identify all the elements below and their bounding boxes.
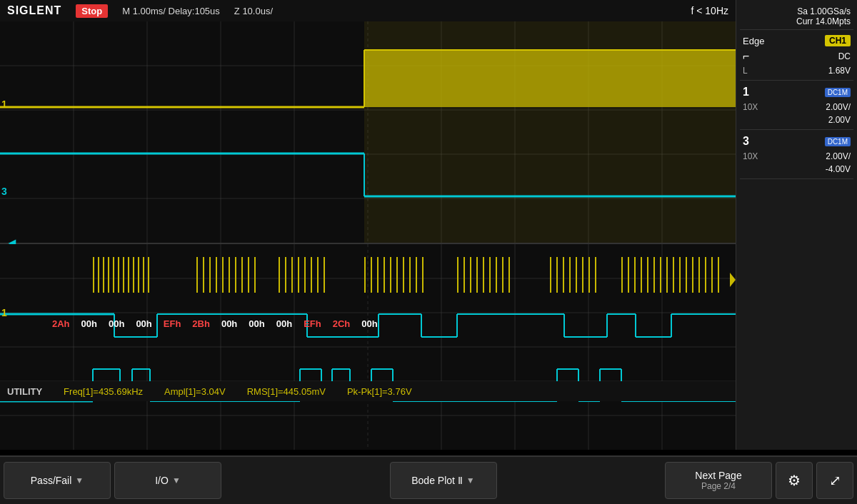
decoded-byte-6: 00h <box>216 318 243 329</box>
svg-rect-95 <box>666 257 668 293</box>
svg-rect-14 <box>364 50 736 107</box>
decoded-byte-1: 00h <box>76 318 103 329</box>
svg-rect-83 <box>569 257 571 293</box>
ch3-number: 3 <box>743 135 757 148</box>
svg-rect-79 <box>508 257 510 293</box>
svg-rect-80 <box>550 257 551 293</box>
ch1-coupling-badge: DC1M <box>825 88 851 97</box>
decoded-byte-7: 00h <box>243 318 270 329</box>
svg-rect-45 <box>209 257 211 293</box>
svg-rect-96 <box>673 257 674 293</box>
ch3-marker-upper: 3 <box>1 186 7 197</box>
svg-rect-88 <box>621 257 623 293</box>
svg-rect-53 <box>279 257 280 293</box>
svg-rect-31 <box>93 257 94 293</box>
ch1-probe-label: 10X <box>743 102 758 112</box>
svg-rect-93 <box>653 257 655 293</box>
svg-rect-55 <box>291 257 293 293</box>
decoded-byte-2: 00h <box>103 318 130 329</box>
svg-rect-89 <box>628 257 629 293</box>
svg-rect-63 <box>377 257 379 293</box>
freq-measurement: Freq[1]=435.69kHz <box>64 386 143 397</box>
trigger-ch1-badge: CH1 <box>825 35 851 46</box>
network-settings-button[interactable]: ⚙ <box>776 462 813 499</box>
svg-rect-71 <box>457 257 458 293</box>
svg-rect-56 <box>298 257 299 293</box>
button-bar: Pass/Fail ▼ I/O ▼ Bode Plot Ⅱ ▼ Next Pag… <box>0 455 857 504</box>
ch3-coupling-badge: DC1M <box>825 137 851 146</box>
trigger-slope-icon: ⌐ <box>743 50 749 63</box>
svg-rect-92 <box>647 257 648 293</box>
ch1-section: 1 DC1M 10X 2.00V/ 2.00V <box>740 81 853 130</box>
svg-rect-13 <box>364 21 736 243</box>
svg-rect-47 <box>222 257 224 293</box>
next-page-button[interactable]: Next Page Page 2/4 <box>665 462 772 499</box>
svg-rect-36 <box>118 257 119 293</box>
measurement-status-bar: UTILITY Freq[1]=435.69kHz Ampl[1]=3.04V … <box>0 381 736 401</box>
svg-rect-100 <box>698 257 700 293</box>
svg-rect-77 <box>496 257 497 293</box>
svg-rect-86 <box>588 257 590 293</box>
expand-button[interactable]: ⤢ <box>816 462 853 499</box>
ch3-probe-label: 10X <box>743 151 758 161</box>
svg-rect-98 <box>686 257 687 293</box>
ch1-number: 1 <box>743 86 757 99</box>
timebase-display: M 1.00ms/ Delay:105us <box>122 6 220 16</box>
svg-rect-97 <box>679 257 681 293</box>
svg-rect-60 <box>324 257 325 293</box>
bode-plot-button[interactable]: Bode Plot Ⅱ ▼ <box>390 462 497 499</box>
svg-rect-67 <box>403 257 404 293</box>
stop-button[interactable]: Stop <box>76 4 108 18</box>
svg-rect-38 <box>128 257 129 293</box>
ch3-section: 3 DC1M 10X 2.00V/ -4.00V <box>740 130 853 179</box>
svg-rect-64 <box>384 257 385 293</box>
pass-fail-arrow: ▼ <box>75 475 84 485</box>
svg-rect-41 <box>143 257 144 293</box>
svg-rect-66 <box>396 257 398 293</box>
io-button[interactable]: I/O ▼ <box>114 462 221 499</box>
svg-rect-70 <box>422 257 424 293</box>
upper-waveform-area: 1 3 <box>0 21 736 243</box>
svg-rect-101 <box>705 257 706 293</box>
pass-fail-button[interactable]: Pass/Fail ▼ <box>4 462 111 499</box>
svg-marker-104 <box>730 273 736 287</box>
ch3-offset-value: -4.00V <box>826 164 851 174</box>
svg-rect-65 <box>390 257 391 293</box>
svg-rect-57 <box>304 257 306 293</box>
settings-panel: Sa 1.00GSa/s Curr 14.0Mpts Edge CH1 ⌐ DC… <box>736 0 857 450</box>
svg-rect-50 <box>241 257 243 293</box>
ch1-marker-lower: 1 <box>1 307 7 318</box>
oscilloscope-display: SIGLENT Stop M 1.00ms/ Delay:105us Z 10.… <box>0 0 736 450</box>
decoded-byte-8: 00h <box>271 318 298 329</box>
svg-rect-59 <box>317 257 319 293</box>
svg-rect-39 <box>133 257 134 293</box>
zoom-display: Z 10.0us/ <box>234 6 273 16</box>
decoded-byte-0: 2Ah <box>46 318 76 329</box>
svg-rect-52 <box>254 257 256 293</box>
sample-rate-display: Sa 1.00GSa/s Curr 14.0Mpts <box>740 4 853 30</box>
svg-rect-46 <box>216 257 217 293</box>
brand-logo: SIGLENT <box>7 4 61 17</box>
network-icon: ⚙ <box>788 472 801 489</box>
svg-rect-49 <box>235 257 236 293</box>
svg-rect-91 <box>641 257 642 293</box>
svg-rect-35 <box>113 257 114 293</box>
svg-rect-43 <box>196 257 198 293</box>
svg-rect-94 <box>660 257 661 293</box>
svg-rect-99 <box>692 257 693 293</box>
trigger-section: Edge CH1 ⌐ DC L 1.68V <box>740 30 853 81</box>
ch1-offset-value: 2.00V <box>828 115 851 125</box>
frequency-display: f < 10Hz <box>691 5 728 16</box>
svg-rect-40 <box>138 257 139 293</box>
svg-rect-103 <box>718 257 719 293</box>
svg-rect-72 <box>463 257 465 293</box>
svg-rect-102 <box>711 257 713 293</box>
svg-rect-42 <box>148 257 149 293</box>
pkpk-measurement: Pk-Pk[1]=3.76V <box>347 386 412 397</box>
svg-rect-74 <box>476 257 478 293</box>
svg-rect-75 <box>483 257 484 293</box>
trigger-level-label: L <box>743 66 748 76</box>
svg-rect-61 <box>364 257 366 293</box>
svg-rect-76 <box>489 257 491 293</box>
svg-rect-85 <box>582 257 583 293</box>
